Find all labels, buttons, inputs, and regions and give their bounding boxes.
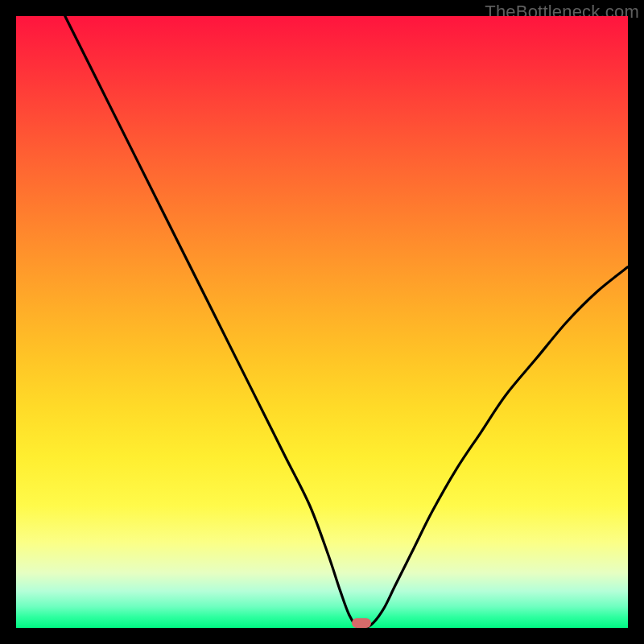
plot-area [16, 16, 628, 628]
bottleneck-curve [16, 16, 628, 628]
optimal-marker [352, 618, 371, 628]
chart-frame: TheBottleneck.com [0, 0, 644, 644]
